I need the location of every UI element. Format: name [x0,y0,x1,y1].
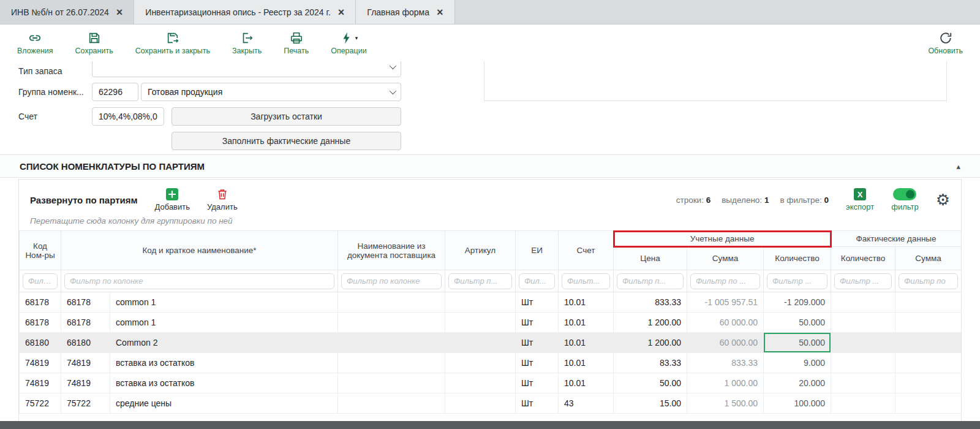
cell-price[interactable]: 1 200.00 [614,313,687,333]
col-header-qty[interactable]: Количество [764,247,831,270]
cell-doc-name[interactable] [338,313,445,333]
filter-input-sum[interactable] [690,273,760,289]
cell-name[interactable]: common 1 [110,313,338,333]
cell-doc-name[interactable] [338,353,445,373]
cell-doc-name[interactable] [338,333,445,353]
cell-unit[interactable]: Шт [516,313,559,333]
cell-name[interactable]: Common 2 [110,333,338,353]
cell-fact-qty[interactable] [831,313,895,333]
cell-sum[interactable]: 60 000.00 [687,333,764,353]
cell-unit[interactable]: Шт [516,353,559,373]
table-row[interactable]: 68178 68178 common 1 Шт 10.01 1 200.00 6… [20,313,962,333]
cell-price[interactable]: 50.00 [614,373,687,393]
cell-fact-sum[interactable] [895,393,962,414]
cell-unit[interactable]: Шт [516,373,559,393]
cell-code2[interactable]: 75722 [61,393,110,414]
cell-code[interactable]: 75722 [20,393,61,414]
table-row[interactable]: 68178 68178 common 1 Шт 10.01 833.33 -1 … [20,292,962,313]
cell-account[interactable]: 10.01 [559,373,614,393]
cell-article[interactable] [445,353,516,373]
filter-input-fact-sum[interactable] [899,273,958,289]
attachments-button[interactable]: Вложения [17,31,53,55]
cell-sum[interactable]: -1 005 957.51 [687,292,764,313]
cell-code[interactable]: 74819 [20,373,61,393]
filter-input-code[interactable] [23,273,58,289]
cell-code2[interactable]: 74819 [61,353,110,373]
cell-article[interactable] [445,333,516,353]
cell-price[interactable]: 833.33 [614,292,687,313]
cell-name[interactable]: вставка из остатков [110,353,338,373]
grouping-drop-zone[interactable]: Перетащите сюда колонку для группировки … [19,214,961,230]
cell-qty[interactable]: 20.000 [764,373,831,393]
comment-field[interactable] [484,61,947,101]
cell-qty[interactable]: 50.000 [764,333,831,353]
filter-input-fact-qty[interactable] [834,273,892,289]
filter-input-account[interactable] [562,273,610,289]
cell-qty[interactable]: 9.000 [764,353,831,373]
cell-code2[interactable]: 68180 [61,333,110,353]
print-button[interactable]: Печать [284,31,309,55]
col-header-code-name[interactable]: Код и краткое наименование* [61,231,338,270]
cell-fact-sum[interactable] [895,313,962,333]
save-button[interactable]: Сохранить [75,31,113,55]
cell-qty[interactable]: 50.000 [764,313,831,333]
tab-close-icon[interactable]: × [338,7,345,18]
filter-input-article[interactable] [448,273,512,289]
cell-fact-sum[interactable] [895,333,962,353]
tab-main-form[interactable]: Главная форма × [356,0,454,24]
cell-sum[interactable]: 60 000.00 [687,313,764,333]
cell-doc-name[interactable] [338,393,445,414]
cell-fact-qty[interactable] [831,292,895,313]
cell-account[interactable]: 10.01 [559,333,614,353]
col-header-price[interactable]: Цена [614,247,687,270]
stock-type-select[interactable] [92,61,401,77]
cell-price[interactable]: 83.33 [614,353,687,373]
table-row[interactable]: 68180 68180 Common 2 Шт 10.01 1 200.00 6… [20,333,962,353]
nomenclature-group-select[interactable]: Готовая продукция [141,83,401,101]
account-input[interactable] [92,107,164,126]
cell-sum[interactable]: 1 000.00 [687,373,764,393]
cell-price[interactable]: 15.00 [614,393,687,414]
cell-code[interactable]: 74819 [20,353,61,373]
filter-input-code-name[interactable] [64,273,334,289]
filter-input-unit[interactable] [519,273,555,289]
operations-button[interactable]: ▾ Операции [331,31,366,55]
col-header-doc-name[interactable]: Наименование из документа поставщика [338,231,445,270]
cell-qty[interactable]: -1 209.000 [764,292,831,313]
cell-price[interactable]: 1 200.00 [614,333,687,353]
add-row-button[interactable]: Добавить [155,188,190,211]
cell-account[interactable]: 10.01 [559,313,614,333]
cell-article[interactable] [445,393,516,414]
cell-account[interactable]: 10.01 [559,353,614,373]
cell-fact-qty[interactable] [831,393,895,414]
col-header-account[interactable]: Счет [559,231,614,270]
filter-toggle[interactable]: фильтр [891,188,918,211]
cell-article[interactable] [445,313,516,333]
cell-sum[interactable]: 833.33 [687,353,764,373]
cell-unit[interactable]: Шт [516,333,559,353]
cell-code2[interactable]: 68178 [61,313,110,333]
filter-input-doc-name[interactable] [341,273,442,289]
table-row[interactable]: 75722 75722 средние цены Шт 43 15.00 1 5… [20,393,962,414]
section-header[interactable]: СПИСОК НОМЕНКЛАТУРЫ ПО ПАРТИЯМ ▴ [0,154,980,178]
cell-article[interactable] [445,292,516,313]
cell-sum[interactable]: 1 500.00 [687,393,764,414]
tab-inventory-doc[interactable]: ИНВ №б/н от 26.07.2024 × [0,0,134,24]
cell-code[interactable]: 68178 [20,292,61,313]
table-row[interactable]: 74819 74819 вставка из остатков Шт 10.01… [20,373,962,393]
cell-name[interactable]: вставка из остатков [110,373,338,393]
cell-fact-sum[interactable] [895,353,962,373]
tab-registry[interactable]: Инвентаризационная опись - Реестр за 202… [134,0,356,24]
cell-unit[interactable]: Шт [516,292,559,313]
cell-fact-sum[interactable] [895,373,962,393]
col-header-unit[interactable]: ЕИ [516,231,559,270]
filter-input-price[interactable] [617,273,684,289]
col-header-article[interactable]: Артикул [445,231,516,270]
cell-unit[interactable]: Шт [516,393,559,414]
gear-icon[interactable]: ⚙ [936,192,950,208]
cell-code[interactable]: 68178 [20,313,61,333]
tab-close-icon[interactable]: × [116,7,123,18]
cell-fact-qty[interactable] [831,333,895,353]
collapse-icon[interactable]: ▴ [956,162,960,171]
cell-fact-qty[interactable] [831,373,895,393]
